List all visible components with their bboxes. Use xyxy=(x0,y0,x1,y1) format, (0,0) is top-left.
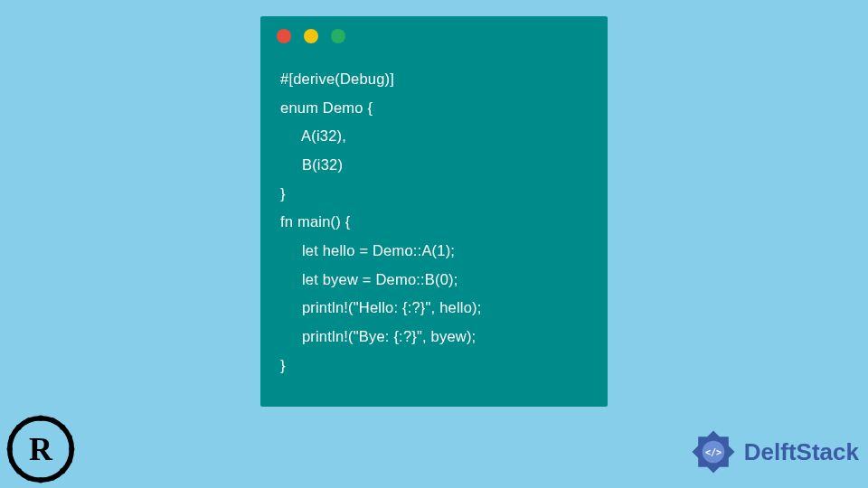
delftstack-badge-icon: </> xyxy=(688,427,739,477)
svg-point-13 xyxy=(9,435,14,439)
svg-point-3 xyxy=(7,446,13,452)
svg-point-7 xyxy=(16,468,22,474)
svg-point-8 xyxy=(60,468,65,474)
svg-point-9 xyxy=(26,418,31,422)
minimize-icon[interactable] xyxy=(304,29,318,43)
code-window: #[derive(Debug)] enum Demo { A(i32), B(i… xyxy=(260,16,608,407)
svg-point-6 xyxy=(60,425,65,430)
svg-point-2 xyxy=(38,477,43,483)
svg-text:R: R xyxy=(29,431,53,467)
rust-logo-icon: R xyxy=(5,414,76,484)
window-titlebar xyxy=(260,16,608,51)
svg-point-16 xyxy=(67,459,71,464)
svg-point-14 xyxy=(9,459,14,464)
svg-text:</>: </> xyxy=(705,447,722,457)
svg-point-10 xyxy=(51,418,55,422)
code-block: #[derive(Debug)] enum Demo { A(i32), B(i… xyxy=(260,51,608,380)
svg-point-5 xyxy=(16,425,22,430)
svg-point-4 xyxy=(69,446,74,452)
maximize-icon[interactable] xyxy=(331,29,345,43)
svg-point-11 xyxy=(26,475,31,480)
svg-point-12 xyxy=(51,475,55,480)
delftstack-name: DelftStack xyxy=(744,438,859,466)
svg-point-15 xyxy=(67,435,71,439)
delftstack-brand: </> DelftStack xyxy=(688,427,859,477)
close-icon[interactable] xyxy=(277,29,291,43)
svg-point-1 xyxy=(38,416,43,421)
